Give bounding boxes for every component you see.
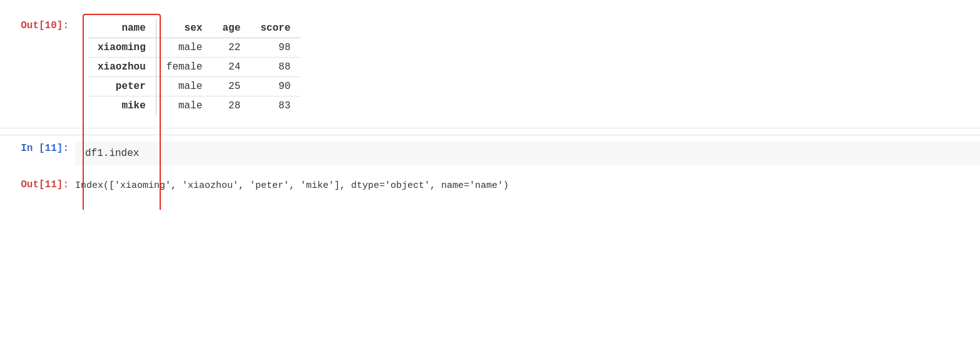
out10-label: Out[10]: [0,19,75,31]
in11-code[interactable]: df1.index [75,142,980,165]
table-row: xiaozhoufemale2488 [88,58,300,77]
row-index: xiaoming [88,38,156,58]
out10-content: name sex age score xiaomingmale2298xiaoz… [75,19,980,115]
index-col-header: name [88,19,156,38]
col-sex-header: sex [156,19,212,38]
out11-content: Index(['xiaoming', 'xiaozhou', 'peter', … [75,178,980,191]
row-sex: male [156,77,212,96]
row-age: 22 [212,38,250,58]
table-row: xiaomingmale2298 [88,38,300,58]
row-score: 88 [250,58,300,77]
row-score: 83 [250,96,300,116]
row-age: 28 [212,96,250,116]
table-body: xiaomingmale2298xiaozhoufemale2488peterm… [88,38,300,116]
table-wrapper: name sex age score xiaomingmale2298xiaoz… [75,19,980,115]
row-score: 90 [250,77,300,96]
table-container: name sex age score xiaomingmale2298xiaoz… [88,19,300,115]
row-index: xiaozhou [88,58,156,77]
table-header-row: name sex age score [88,19,300,38]
input-cell-11: In [11]: df1.index [0,135,980,172]
output-cell-11: Out[11]: Index(['xiaoming', 'xiaozhou', … [0,172,980,197]
divider [0,128,980,128]
out11-label: Out[11]: [0,178,75,190]
row-age: 24 [212,58,250,77]
row-index: mike [88,96,156,116]
row-sex: male [156,96,212,116]
table-row: petermale2590 [88,77,300,96]
notebook: Out[10]: name sex [0,0,980,210]
row-sex: male [156,38,212,58]
index-header-label: name [121,23,145,34]
col-age-header: age [212,19,250,38]
col-score-header: score [250,19,300,38]
in11-label: In [11]: [0,142,75,165]
table-row: mikemale2883 [88,96,300,116]
output-cell-10: Out[10]: name sex [0,13,980,122]
out11-text: Index(['xiaoming', 'xiaozhou', 'peter', … [75,178,980,191]
row-sex: female [156,58,212,77]
row-age: 25 [212,77,250,96]
row-index: peter [88,77,156,96]
row-score: 98 [250,38,300,58]
dataframe-table: name sex age score xiaomingmale2298xiaoz… [88,19,300,115]
